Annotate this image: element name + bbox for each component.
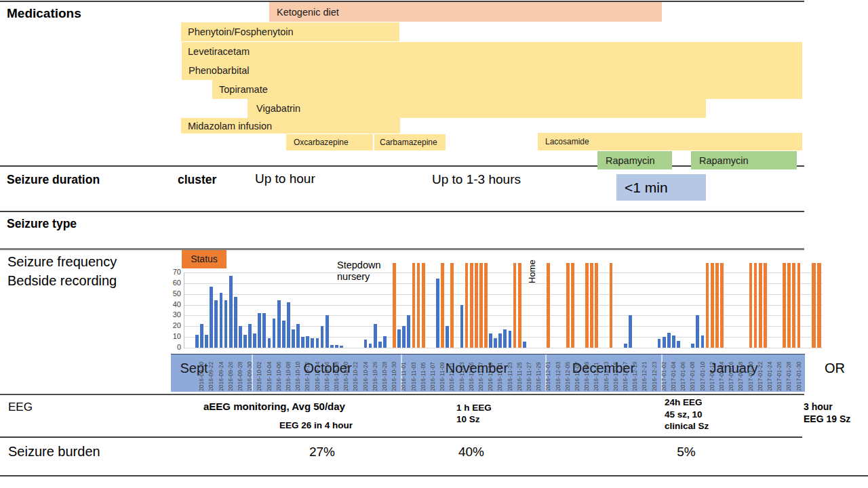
eeg-row-label: EEG: [8, 401, 33, 414]
month-label-january: January: [679, 361, 788, 376]
divider-figure-bottom: [0, 475, 868, 476]
seizure-frequency-bar: [663, 337, 666, 348]
seizure-frequency-bar: [696, 315, 699, 348]
seizure-frequency-bar: [498, 333, 502, 348]
seizure-frequency-bar: [287, 302, 290, 348]
gridline-60: [184, 283, 823, 284]
status-episode-bar: [441, 263, 444, 348]
seizure-duration-row-label: Seizure duration: [7, 173, 100, 187]
seizure-frequency-bar: [326, 315, 329, 348]
seizure-frequency-bar: [460, 305, 464, 348]
status-episode-bar: [465, 263, 469, 348]
eeg-note-3-hour-eeg: 3 hour EEG 19 Sz: [804, 401, 850, 425]
y-axis-tick-label-50: 50: [163, 289, 181, 298]
seizure-burden-october: 27%: [292, 445, 353, 460]
seizure-frequency-bar: [296, 324, 300, 348]
seizure-frequency-bar: [239, 326, 242, 348]
seizure-frequency-bar: [624, 344, 627, 348]
date-axis-label: 2016-10-04: [267, 355, 272, 391]
seizure-frequency-bar: [214, 300, 218, 348]
status-episode-bar: [610, 263, 613, 348]
status-episode-bar: [715, 263, 719, 348]
seizure-frequency-bar: [629, 315, 632, 348]
seizure-frequency-bar: [277, 300, 281, 348]
status-episode-bar: [422, 263, 425, 348]
seizure-frequency-bar: [672, 336, 675, 348]
divider-chart-bottom: [0, 394, 804, 395]
status-episode-bar: [585, 263, 589, 348]
status-episode-bar: [470, 263, 473, 348]
seizure-frequency-bar: [436, 279, 439, 348]
seizure-frequency-bar: [407, 315, 410, 348]
status-episode-bar: [513, 263, 517, 348]
seizure-frequency-bar: [330, 345, 334, 348]
seizure-frequency-bar: [224, 300, 228, 348]
medication-bar-ketogenic-diet: Ketogenic diet: [269, 2, 662, 22]
seizure-duration-cluster-note: cluster: [178, 173, 216, 187]
date-axis-label: 2017-01-04: [671, 355, 676, 391]
seizure-frequency-bar: [195, 335, 199, 348]
month-label-sept: Sept: [140, 361, 248, 376]
seizure-frequency-bar: [268, 338, 271, 348]
medication-bar-rapamycin: Rapamycin: [597, 151, 672, 169]
status-episode-bar: [764, 263, 767, 348]
stepdown-nursery-annotation: Stepdown nursery: [337, 260, 389, 282]
seizure-frequency-bar: [220, 293, 223, 348]
seizure-frequency-bar: [509, 331, 512, 348]
seizure-frequency-bar: [503, 329, 507, 348]
month-label-december: December: [549, 361, 658, 376]
seizure-frequency-bar: [402, 326, 406, 348]
seizure-frequency-bar: [677, 341, 680, 348]
medication-bar-lacosamide: Lacosamide: [538, 133, 802, 150]
medication-bar-levetiracetam: Levetiracetam: [182, 42, 802, 61]
seizure-frequency-bar: [383, 336, 387, 348]
divider-seizure-duration-bottom: [0, 211, 804, 212]
status-episode-bar: [759, 263, 762, 348]
seizure-frequency-bar: [243, 335, 247, 348]
date-axis-label: 2017-01-30: [796, 355, 802, 391]
seizure-frequency-bar: [494, 338, 497, 348]
status-episode-bar: [417, 263, 420, 348]
seizure-frequency-bar: [273, 319, 276, 348]
seizure-frequency-bar: [292, 329, 295, 348]
seizure-frequency-bar: [200, 324, 203, 348]
status-episode-bar: [787, 263, 791, 348]
divider-seizure-type-bottom: [0, 248, 804, 250]
seizure-duration-under-1-min-box: <1 min: [616, 174, 706, 201]
divider-medications-bottom: [0, 165, 804, 167]
seizure-frequency-bar: [234, 297, 237, 348]
medications-row-label: Medications: [7, 6, 81, 21]
medication-bar-midazolam-infusion: Midazolam infusion: [181, 118, 400, 134]
seizure-frequency-bar: [378, 342, 382, 348]
status-episode-bar: [783, 263, 786, 348]
status-legend-badge: Status: [182, 250, 226, 268]
y-axis-tick-label-40: 40: [163, 300, 181, 308]
date-axis-label: 2016-10-28: [382, 355, 387, 391]
y-axis-tick-label-60: 60: [163, 279, 181, 287]
date-axis-label: 2016-11-29: [536, 355, 541, 391]
status-episode-bar: [412, 263, 416, 348]
seizure-frequency-bar: [306, 336, 309, 348]
seizure-frequency-bar: [489, 333, 492, 348]
month-label-november: November: [422, 361, 531, 376]
status-episode-bar: [566, 263, 570, 348]
y-axis-tick-label-20: 20: [163, 321, 181, 329]
status-episode-bar: [720, 263, 724, 348]
bedside-recording-row-label: Bedside recording: [7, 273, 117, 289]
seizure-frequency-bar: [282, 321, 285, 348]
seizure-frequency-bar: [253, 333, 256, 348]
seizure-frequency-bar: [301, 337, 304, 348]
eeg-note-1h-eeg: 1 h EEG 10 Sz: [456, 402, 492, 425]
clinical-seizure-timeline-figure: Medications Seizure duration Seizure typ…: [0, 0, 868, 488]
y-axis-tick-label-70: 70: [163, 268, 181, 276]
gridline-50: [184, 294, 823, 295]
gridline-70: [184, 272, 823, 273]
or-annotation: OR: [825, 361, 845, 376]
seizure-frequency-bar: [248, 324, 252, 348]
seizure-burden-december: 5%: [656, 445, 717, 460]
date-axis-label: 2016-11-01: [401, 355, 406, 391]
seizure-frequency-bar: [262, 313, 266, 348]
seizure-frequency-bar: [397, 329, 401, 348]
seizure-frequency-bar: [258, 313, 261, 348]
seizure-duration-up-to-1-3-hours-note: Up to 1-3 hours: [432, 172, 521, 187]
